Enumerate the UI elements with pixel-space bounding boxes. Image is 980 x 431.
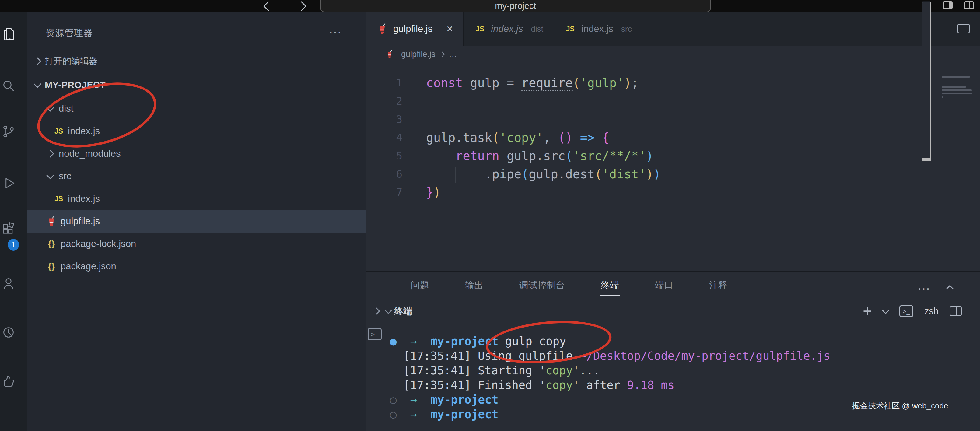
breadcrumb-separator-icon <box>439 52 445 57</box>
breadcrumb-more[interactable]: … <box>449 49 457 59</box>
tree-item-package-json[interactable]: {}package.json <box>27 255 366 278</box>
file-tree: distJSindex.jsnode_modulessrcJSindex.jsg… <box>27 97 366 278</box>
layout-split-icon[interactable] <box>964 1 974 9</box>
terminal-dropdown-icon[interactable] <box>882 306 889 314</box>
line-number: 5 <box>366 147 402 165</box>
accounts-icon[interactable] <box>1 276 16 292</box>
workbench: 1 资源管理器 … 打开的编辑器 MY-PROJECT distJSindex.… <box>0 12 980 431</box>
toggle-panel-icon[interactable] <box>921 1 931 161</box>
tree-item-label: index.js <box>68 193 100 204</box>
chevron-right-icon <box>44 151 56 156</box>
new-terminal-icon[interactable]: + <box>863 303 872 319</box>
terminal-tab-icon[interactable]: >_ <box>368 328 382 340</box>
project-label: MY-PROJECT <box>45 80 106 90</box>
tree-item-label: package.json <box>60 261 116 272</box>
split-terminal-icon[interactable] <box>950 306 962 316</box>
terminal-line: ● → my-project gulp copy <box>390 334 980 349</box>
tree-item-label: src <box>59 171 71 182</box>
nav-arrows <box>265 1 305 11</box>
source-control-icon[interactable] <box>1 124 16 139</box>
tree-item-src[interactable]: src <box>27 165 366 188</box>
project-section-header[interactable]: MY-PROJECT <box>27 75 366 94</box>
panel-tab-2[interactable]: 调试控制台 <box>519 277 565 293</box>
js-file-icon: JS <box>474 25 486 33</box>
editor-tab-index-js-src[interactable]: JSindex.jssrc <box>554 12 643 46</box>
panel-tab-1[interactable]: 输出 <box>465 277 483 293</box>
code-line[interactable]: 6 .pipe(gulp.dest('dist')) <box>366 165 980 183</box>
nav-back-icon[interactable] <box>263 1 273 11</box>
tab-label: index.js <box>491 24 523 34</box>
panel-collapse-icon[interactable] <box>947 284 953 293</box>
search-value: my-project <box>495 1 536 11</box>
code-line[interactable]: 7}) <box>366 183 980 202</box>
chevron-down-icon <box>44 174 56 178</box>
panel-more-actions-icon[interactable]: … <box>917 278 931 293</box>
toggle-sidebar-icon[interactable] <box>943 1 953 9</box>
breadcrumb[interactable]: gulpfile.js … <box>366 46 980 63</box>
open-editors-label: 打开的编辑器 <box>45 55 98 67</box>
gulp-file-icon <box>376 23 388 35</box>
clock-extension-icon[interactable] <box>1 324 16 340</box>
code-line[interactable]: 1const gulp = require('gulp'); <box>366 74 980 92</box>
panel-tab-5[interactable]: 注释 <box>709 277 727 293</box>
chevron-down-icon <box>31 83 43 87</box>
tree-item-label: index.js <box>68 126 100 137</box>
chevron-right-icon[interactable] <box>372 307 380 315</box>
chevron-down-icon <box>44 107 56 110</box>
tree-item-dist[interactable]: dist <box>27 97 366 120</box>
code-line[interactable]: 3 <box>366 110 980 129</box>
gulp-file-icon <box>45 215 58 227</box>
title-bar: my-project <box>0 0 980 12</box>
tree-item-index-js[interactable]: JSindex.js <box>27 120 366 142</box>
editor-tab-index-js-dist[interactable]: JSindex.jsdist <box>463 12 554 46</box>
explorer-icon[interactable] <box>1 26 16 42</box>
close-tab-icon[interactable]: × <box>447 24 453 34</box>
nav-forward-icon[interactable] <box>296 1 307 11</box>
tree-item-gulpfile-js[interactable]: gulpfile.js <box>27 210 366 232</box>
line-number: 7 <box>366 183 402 202</box>
tree-item-label: dist <box>59 103 73 114</box>
tree-item-label: gulpfile.js <box>60 216 100 227</box>
sidebar-title: 资源管理器 <box>46 27 93 39</box>
feedback-icon[interactable] <box>1 373 16 389</box>
sidebar-more-actions-icon[interactable]: … <box>328 21 343 37</box>
code-line[interactable]: 4gulp.task('copy', () => { <box>366 129 980 147</box>
code-line[interactable]: 2 <box>366 92 980 110</box>
editor-area: gulpfile.js×JSindex.jsdistJSindex.jssrc … <box>366 12 980 431</box>
chevron-down-icon[interactable] <box>384 306 392 314</box>
line-number: 4 <box>366 129 402 147</box>
breadcrumb-file[interactable]: gulpfile.js <box>401 49 436 59</box>
code-line[interactable]: 5 return gulp.src('src/**/*') <box>366 147 980 165</box>
shell-icon: >_ <box>899 305 913 317</box>
extensions-icon[interactable] <box>1 221 16 237</box>
line-number: 2 <box>366 92 402 110</box>
vscode-window: my-project 1 资源管理器 … 打开的编辑器 MY-PROJECT d… <box>0 0 980 431</box>
run-debug-icon[interactable] <box>1 175 16 191</box>
tree-item-index-js[interactable]: JSindex.js <box>27 188 366 210</box>
command-center-search[interactable]: my-project <box>320 0 711 12</box>
terminal-title: 终端 <box>394 305 412 318</box>
js-file-icon: JS <box>52 127 65 135</box>
line-number: 3 <box>366 110 402 129</box>
tree-item-package-lock-json[interactable]: {}package-lock.json <box>27 232 366 255</box>
panel-tab-0[interactable]: 问题 <box>411 277 429 293</box>
terminal-line: [17:35:41] Starting 'copy'... <box>390 363 980 378</box>
chevron-right-icon <box>31 59 43 64</box>
open-editors-section[interactable]: 打开的编辑器 <box>27 52 366 71</box>
activity-badge: 1 <box>8 239 19 251</box>
terminal-controls: + >_ zsh <box>863 299 962 323</box>
panel-tab-4[interactable]: 端口 <box>655 277 673 293</box>
panel-tab-bar: 问题输出调试控制台终端端口注释 <box>366 272 980 299</box>
shell-name[interactable]: zsh <box>924 306 939 316</box>
json-file-icon: {} <box>45 261 58 271</box>
panel-tab-terminal[interactable]: 终端 <box>601 277 619 293</box>
search-icon[interactable] <box>1 78 16 94</box>
tree-item-node-modules[interactable]: node_modules <box>27 142 366 165</box>
editor-tab-gulpfile-js[interactable]: gulpfile.js× <box>366 12 463 46</box>
terminal-line: [17:35:41] Finished 'copy' after 9.18 ms <box>390 378 980 393</box>
line-number: 1 <box>366 74 402 92</box>
tree-item-label: node_modules <box>59 148 121 159</box>
code-editor[interactable]: 1const gulp = require('gulp');234gulp.ta… <box>366 63 980 271</box>
line-number: 6 <box>366 165 402 183</box>
tab-folder-hint: src <box>621 24 632 34</box>
